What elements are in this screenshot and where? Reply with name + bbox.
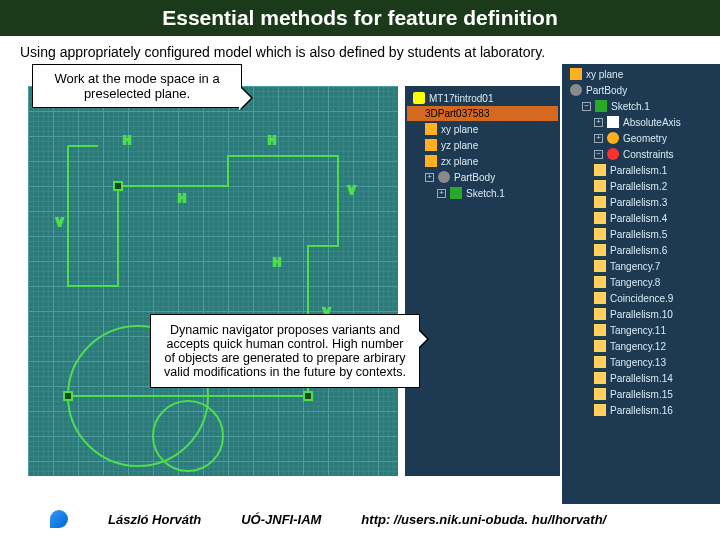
tree-label: 3DPart037583 <box>425 108 490 119</box>
constraints-icon <box>607 148 619 160</box>
footer-org: UÓ-JNFI-IAM <box>241 512 321 527</box>
tree-constraint[interactable]: Tangency.8 <box>564 274 718 290</box>
slide-content: H H V V H V H Work at the mode space in … <box>0 64 720 504</box>
svg-text:H: H <box>123 134 131 146</box>
tree-constraint[interactable]: Parallelism.5 <box>564 226 718 242</box>
tree-constraint[interactable]: Parallelism.15 <box>564 386 718 402</box>
tree-plane[interactable]: yz plane <box>407 137 558 153</box>
tree-label: Parallelism.4 <box>610 213 667 224</box>
tree-constraint[interactable]: Tangency.12 <box>564 338 718 354</box>
svg-text:H: H <box>178 192 186 204</box>
tree-constraint[interactable]: Parallelism.1 <box>564 162 718 178</box>
tree-item[interactable]: − Constraints <box>564 146 718 162</box>
constraint-icon <box>594 356 606 368</box>
tree-label: Parallelism.3 <box>610 197 667 208</box>
tree-item[interactable]: + Geometry <box>564 130 718 146</box>
slide-subtitle: Using appropriately configured model whi… <box>0 36 720 64</box>
sketch-canvas: H H V V H V H <box>28 86 398 476</box>
tree-label: Parallelism.16 <box>610 405 673 416</box>
tree-item[interactable]: PartBody <box>564 82 718 98</box>
constraint-icon <box>594 388 606 400</box>
tree-label: PartBody <box>454 172 495 183</box>
plane-icon <box>425 123 437 135</box>
tree-label: Parallelism.2 <box>610 181 667 192</box>
svg-point-2 <box>153 401 223 471</box>
tree-label: PartBody <box>586 85 627 96</box>
svg-rect-5 <box>114 182 122 190</box>
footer-author: László Horváth <box>108 512 201 527</box>
svg-rect-4 <box>304 392 312 400</box>
tree-label: MT17tintrod01 <box>429 93 493 104</box>
tree-label: Parallelism.14 <box>610 373 673 384</box>
tree-label: yz plane <box>441 140 478 151</box>
tree-panel-right[interactable]: xy plane PartBody − Sketch.1 + AbsoluteA… <box>562 64 720 504</box>
constraint-icon <box>594 372 606 384</box>
body-icon <box>438 171 450 183</box>
tree-label: Tangency.8 <box>610 277 660 288</box>
callout-mode-space: Work at the mode space in a preselected … <box>32 64 242 108</box>
callout-dynamic-navigator: Dynamic navigator proposes variants and … <box>150 314 420 388</box>
tree-constraint[interactable]: Tangency.11 <box>564 322 718 338</box>
tree-label: Sketch.1 <box>611 101 650 112</box>
tree-panel-left[interactable]: MT17tintrod01 3DPart037583 xy planeyz pl… <box>405 86 560 476</box>
tree-item[interactable]: + AbsoluteAxis <box>564 114 718 130</box>
tree-label: Tangency.11 <box>610 325 666 336</box>
tree-label: Parallelism.5 <box>610 229 667 240</box>
tree-root[interactable]: MT17tintrod01 <box>407 90 558 106</box>
expand-icon[interactable]: + <box>437 189 446 198</box>
tree-label: Tangency.12 <box>610 341 666 352</box>
tree-constraint[interactable]: Parallelism.2 <box>564 178 718 194</box>
tree-constraint[interactable]: Tangency.7 <box>564 258 718 274</box>
tree-label: Parallelism.15 <box>610 389 673 400</box>
tree-label: AbsoluteAxis <box>623 117 681 128</box>
footer-url: http: //users.nik.uni-obuda. hu/lhorvath… <box>361 512 606 527</box>
constraint-icon <box>594 276 606 288</box>
tree-plane[interactable]: xy plane <box>407 121 558 137</box>
collapse-icon[interactable]: − <box>594 150 603 159</box>
tree-plane[interactable]: zx plane <box>407 153 558 169</box>
svg-text:H: H <box>273 256 281 268</box>
tree-constraint[interactable]: Parallelism.4 <box>564 210 718 226</box>
plane-icon <box>425 139 437 151</box>
plane-icon <box>425 155 437 167</box>
sketch-profile: H H V V H V H <box>28 86 398 476</box>
logo-icon <box>50 510 68 528</box>
constraint-icon <box>594 228 606 240</box>
tree-constraint[interactable]: Parallelism.14 <box>564 370 718 386</box>
constraint-icon <box>594 292 606 304</box>
axis-icon <box>607 116 619 128</box>
tree-label: Tangency.7 <box>610 261 660 272</box>
tree-constraint[interactable]: Parallelism.3 <box>564 194 718 210</box>
svg-text:V: V <box>56 216 64 228</box>
slide-title: Essential methods for feature definition <box>0 0 720 36</box>
sketch-icon <box>450 187 462 199</box>
expand-icon[interactable]: + <box>594 134 603 143</box>
tree-label: Parallelism.10 <box>610 309 673 320</box>
constraint-icon <box>594 164 606 176</box>
constraint-icon <box>594 324 606 336</box>
tree-body[interactable]: + PartBody <box>407 169 558 185</box>
tree-label: Parallelism.6 <box>610 245 667 256</box>
expand-icon[interactable]: + <box>425 173 434 182</box>
constraint-icon <box>594 340 606 352</box>
part-icon <box>413 92 425 104</box>
tree-constraint[interactable]: Tangency.13 <box>564 354 718 370</box>
constraint-icon <box>594 308 606 320</box>
tree-part[interactable]: 3DPart037583 <box>407 106 558 121</box>
tree-label: Coincidence.9 <box>610 293 673 304</box>
tree-label: Parallelism.1 <box>610 165 667 176</box>
tree-label: Tangency.13 <box>610 357 666 368</box>
tree-constraint[interactable]: Parallelism.10 <box>564 306 718 322</box>
tree-item[interactable]: xy plane <box>564 66 718 82</box>
tree-constraint[interactable]: Parallelism.16 <box>564 402 718 418</box>
tree-label: xy plane <box>586 69 623 80</box>
collapse-icon[interactable]: − <box>582 102 591 111</box>
tree-sketch[interactable]: + Sketch.1 <box>407 185 558 201</box>
tree-constraint[interactable]: Coincidence.9 <box>564 290 718 306</box>
constraint-icon <box>594 244 606 256</box>
constraint-icon <box>594 260 606 272</box>
svg-text:V: V <box>348 184 356 196</box>
tree-constraint[interactable]: Parallelism.6 <box>564 242 718 258</box>
expand-icon[interactable]: + <box>594 118 603 127</box>
tree-item[interactable]: − Sketch.1 <box>564 98 718 114</box>
